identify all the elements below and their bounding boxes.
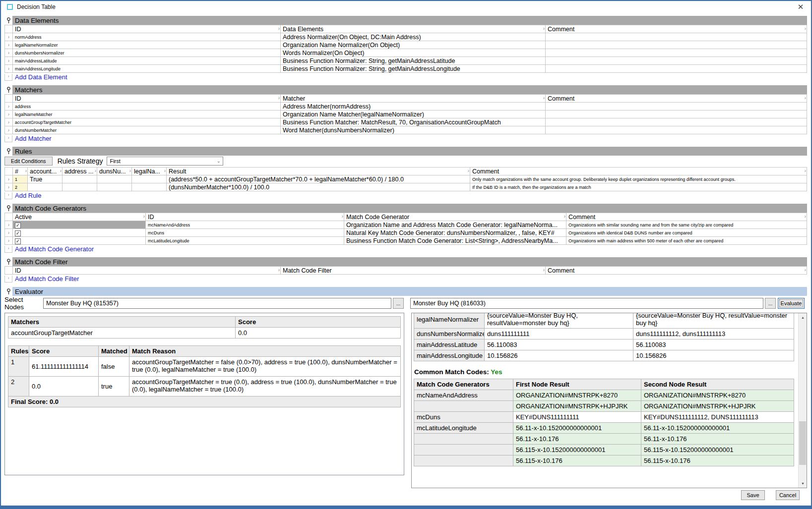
cell-value[interactable]: Business Function Normalizer: String, ge… <box>281 57 546 65</box>
col-header-id[interactable]: ID› <box>13 25 281 33</box>
cell-address[interactable] <box>62 183 97 191</box>
col-header-id[interactable]: ID› <box>13 95 281 103</box>
row-expander-icon[interactable] <box>5 175 13 183</box>
cell-comment[interactable] <box>546 65 807 73</box>
second-node-input[interactable] <box>410 298 763 309</box>
col-header-result[interactable]: Result› <box>167 168 470 175</box>
cell-comment[interactable] <box>546 49 807 57</box>
close-icon[interactable]: ✕ <box>795 1 806 12</box>
browse-first-node-button[interactable]: ... <box>393 298 404 309</box>
row-expander-icon[interactable] <box>5 49 13 57</box>
cell-id[interactable]: address <box>13 103 281 111</box>
cell-id[interactable]: accountGroupTargetMatcher <box>13 118 281 126</box>
evaluate-button[interactable]: Evaluate <box>778 298 805 309</box>
cell-value[interactable]: Natural Key Match Code Generator: dunsNu… <box>344 229 566 237</box>
active-checkbox[interactable] <box>15 223 21 228</box>
cell-value[interactable]: Organization Name and Address Match Code… <box>344 221 566 229</box>
add-match-code-generator-link[interactable]: Add Match Code Generator <box>15 245 94 253</box>
row-expander-icon[interactable] <box>5 221 13 229</box>
active-checkbox[interactable] <box>15 238 21 244</box>
cell-result[interactable]: (address*50.0 + accountGroupTargetMatche… <box>167 175 470 183</box>
match-code-generators-header[interactable]: Match Code Generators <box>4 204 807 213</box>
cell-duns[interactable] <box>97 183 132 191</box>
cell-legal[interactable] <box>132 183 167 191</box>
scroll-up-icon[interactable]: ▲ <box>799 313 807 322</box>
col-header-address[interactable]: address ...› <box>62 168 97 175</box>
scrollbar-thumb[interactable] <box>799 421 806 465</box>
rules-strategy-dropdown[interactable]: First ⌄ <box>107 157 223 166</box>
active-checkbox[interactable] <box>15 230 21 236</box>
col-header-active[interactable]: Active› <box>13 213 146 221</box>
row-expander-icon[interactable] <box>5 183 13 191</box>
matchers-header[interactable]: Matchers <box>4 85 807 94</box>
cell-comment[interactable]: Organizations with similar sounding name… <box>566 221 807 229</box>
cell-active-selected[interactable] <box>13 221 146 229</box>
cell-account[interactable]: True <box>28 175 62 183</box>
cell-legal[interactable] <box>132 175 167 183</box>
cell-comment[interactable] <box>546 57 807 65</box>
col-header-num[interactable]: #› <box>13 168 28 175</box>
row-expander-icon[interactable] <box>5 111 13 118</box>
cell-id[interactable]: legalNameNormalizer <box>13 41 281 49</box>
cell-comment[interactable] <box>546 103 807 111</box>
col-header-id[interactable]: ID› <box>13 267 281 275</box>
cell-value[interactable]: Words Normalizer(On Object) <box>281 49 546 57</box>
col-header-account[interactable]: account...› <box>28 168 62 175</box>
cell-rule-number[interactable]: 1 <box>13 175 28 183</box>
row-expander-icon[interactable] <box>5 229 13 237</box>
cell-value[interactable]: Word Matcher(dunsNumbersNormalizer) <box>281 126 546 134</box>
cell-value[interactable]: Organization Name Normalizer(On Object) <box>281 41 546 49</box>
cell-value[interactable]: Business Function Normalizer: String, ge… <box>281 65 546 73</box>
col-header-comment[interactable]: Comment› <box>546 95 807 103</box>
cell-id[interactable]: mainAddressLatitude <box>13 57 281 65</box>
cell-comment[interactable]: If the D&B ID is a match, then the organ… <box>470 183 807 191</box>
edit-conditions-button[interactable]: Edit Conditions <box>4 157 53 166</box>
row-expander-icon[interactable] <box>5 126 13 134</box>
cell-account[interactable] <box>28 183 62 191</box>
row-expander-icon[interactable] <box>5 33 13 41</box>
cell-id[interactable]: mcNameAndAddress <box>146 221 344 229</box>
cell-id[interactable]: mcLatitudeLongitude <box>146 237 344 245</box>
add-rule-link[interactable]: Add Rule <box>15 192 41 199</box>
first-node-input[interactable] <box>43 298 391 309</box>
cell-comment[interactable] <box>546 111 807 118</box>
cell-duns[interactable] <box>97 175 132 183</box>
cell-id[interactable]: legalNameMatcher <box>13 111 281 118</box>
col-header-comment[interactable]: Comment› <box>546 267 807 275</box>
cell-id[interactable]: dunsNumbersNormalizer <box>13 49 281 57</box>
add-matcher-link[interactable]: Add Matcher <box>15 135 52 142</box>
row-expander-icon[interactable] <box>5 65 13 73</box>
row-expander-icon[interactable] <box>5 237 13 245</box>
vertical-scrollbar[interactable]: ▲ ▼ <box>798 313 807 488</box>
rules-header[interactable]: Rules <box>4 147 807 156</box>
col-header-filter[interactable]: Match Code Filter› <box>281 267 546 275</box>
row-expander-icon[interactable] <box>5 103 13 111</box>
cell-value[interactable]: Business Function Match Code Generator: … <box>344 237 566 245</box>
row-expander-icon[interactable] <box>5 41 13 49</box>
cell-id[interactable]: mcDuns <box>146 229 344 237</box>
match-code-filter-header[interactable]: Match Code Filter <box>4 257 807 266</box>
cell-value[interactable]: Business Function Matcher: MatchResult, … <box>281 118 546 126</box>
data-elements-header[interactable]: Data Elements <box>4 16 807 25</box>
col-header-id[interactable]: ID› <box>146 213 344 221</box>
cell-result[interactable]: (dunsNumberMatcher*100.0) / 100.0 <box>167 183 470 191</box>
col-header-comment[interactable]: Comment› <box>470 168 807 175</box>
browse-second-node-button[interactable]: ... <box>765 298 776 309</box>
cell-rule-number[interactable]: 2 <box>13 183 28 191</box>
col-header-value[interactable]: Data Elements› <box>281 25 546 33</box>
cell-comment[interactable]: Organizations with identical D&B DUNS nu… <box>566 229 807 237</box>
row-expander-icon[interactable] <box>5 57 13 65</box>
col-header-generator[interactable]: Match Code Generator› <box>344 213 566 221</box>
cell-id[interactable]: dunsNumberMatcher <box>13 126 281 134</box>
cell-active[interactable] <box>13 237 146 245</box>
cell-comment[interactable] <box>546 118 807 126</box>
save-button[interactable]: Save <box>741 490 765 500</box>
evaluator-header[interactable]: Evaluator <box>4 287 807 296</box>
cell-comment[interactable]: Only match organizations with the same a… <box>470 175 807 183</box>
col-header-comment[interactable]: Comment› <box>546 25 807 33</box>
col-header-duns[interactable]: dunsNu...› <box>97 168 132 175</box>
col-header-comment[interactable]: Comment› <box>566 213 807 221</box>
cell-comment[interactable]: Organizations with main address within 5… <box>566 237 807 245</box>
scroll-down-icon[interactable]: ▼ <box>799 479 807 488</box>
cell-id[interactable]: normAddress <box>13 33 281 41</box>
